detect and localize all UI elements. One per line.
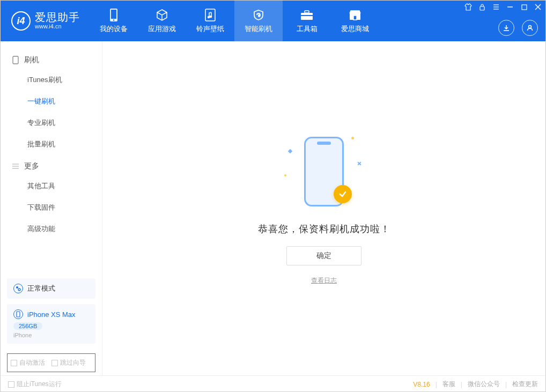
svg-point-25 [18, 289, 20, 291]
close-button[interactable] [534, 3, 542, 11]
svg-point-24 [16, 286, 18, 289]
svg-rect-7 [305, 11, 309, 13]
sidebar-item-other-tools[interactable]: 其他工具 [1, 175, 102, 197]
svg-rect-6 [301, 13, 313, 20]
sidebar-group-more: 更多 [1, 157, 102, 175]
version-label: V8.16 [413, 381, 430, 388]
nav-label: 智能刷机 [245, 24, 272, 34]
sidebar-item-advanced[interactable]: 高级功能 [1, 218, 102, 240]
status-link-wechat[interactable]: 微信公众号 [468, 380, 500, 389]
maximize-button[interactable] [520, 3, 528, 11]
sidebar-item-download-fw[interactable]: 下载固件 [1, 197, 102, 218]
ok-button[interactable]: 确定 [286, 246, 361, 265]
toolbox-icon [300, 8, 314, 22]
sidebar-item-pro-flash[interactable]: 专业刷机 [1, 112, 102, 134]
storage-badge: 256GB [13, 322, 42, 330]
svg-rect-16 [522, 5, 527, 10]
device-card[interactable]: iPhone XS Max 256GB iPhone [7, 304, 95, 344]
user-button[interactable] [522, 20, 538, 36]
sidebar-group-flash: 刷机 [1, 51, 102, 69]
nav-label: 工具箱 [297, 24, 318, 34]
minimize-button[interactable] [506, 3, 514, 11]
nav-label: 爱思商城 [341, 24, 369, 34]
auto-activate-checkbox[interactable]: 自动激活 [11, 358, 45, 367]
app-logo: i4 爱思助手 www.i4.cn [1, 1, 90, 41]
top-nav: 我的设备 应用游戏 铃声壁纸 智能刷机 工具箱 爱思商城 [90, 1, 379, 41]
group-title: 更多 [24, 161, 39, 171]
app-name: 爱思助手 [35, 12, 80, 23]
svg-point-19 [529, 26, 532, 28]
store-icon [348, 8, 362, 22]
menu-icon[interactable] [492, 3, 500, 11]
mode-card[interactable]: 正常模式 [7, 278, 95, 299]
mode-icon [13, 284, 23, 293]
sidebar: 刷机 iTunes刷机 一键刷机 专业刷机 批量刷机 更多 其他工具 下载固件 … [1, 41, 102, 375]
nav-apps-games[interactable]: 应用游戏 [138, 1, 186, 41]
check-badge-icon [334, 185, 352, 203]
bottom-checks-highlight: 自动激活 跳过向导 [7, 353, 95, 372]
download-button[interactable] [498, 20, 514, 36]
phone-outline-icon [11, 56, 20, 64]
cube-icon [155, 8, 169, 22]
refresh-shield-icon [252, 8, 265, 22]
svg-rect-1 [111, 10, 116, 19]
svg-point-5 [210, 16, 212, 18]
sidebar-item-itunes-flash[interactable]: iTunes刷机 [1, 69, 102, 91]
svg-rect-10 [353, 16, 357, 20]
sidebar-item-onekey-flash[interactable]: 一键刷机 [1, 91, 102, 112]
sidebar-item-batch-flash[interactable]: 批量刷机 [1, 134, 102, 155]
nav-label: 我的设备 [100, 24, 128, 34]
nav-label: 应用游戏 [148, 24, 176, 34]
shirt-icon[interactable] [464, 3, 473, 11]
main-content: 恭喜您，保资料刷机成功啦！ 确定 查看日志 [102, 41, 545, 375]
block-itunes-checkbox[interactable]: 阻止iTunes运行 [8, 380, 62, 389]
mode-label: 正常模式 [27, 284, 55, 293]
app-url: www.i4.cn [35, 23, 80, 30]
device-phone-icon [13, 309, 23, 319]
device-icon [107, 8, 121, 22]
nav-label: 铃声壁纸 [196, 24, 224, 34]
nav-ringtone-wallpaper[interactable]: 铃声壁纸 [186, 1, 234, 41]
skip-guide-checkbox[interactable]: 跳过向导 [51, 358, 86, 367]
lock-icon[interactable] [478, 3, 486, 11]
music-file-icon [203, 8, 217, 22]
success-illustration [281, 131, 367, 212]
nav-my-device[interactable]: 我的设备 [90, 1, 138, 41]
svg-rect-20 [13, 56, 18, 64]
group-title: 刷机 [24, 55, 39, 65]
view-log-link[interactable]: 查看日志 [311, 276, 337, 285]
nav-store[interactable]: 爱思商城 [331, 1, 379, 41]
success-message: 恭喜您，保资料刷机成功啦！ [258, 223, 390, 235]
header-round-buttons [498, 20, 538, 36]
svg-rect-8 [301, 15, 313, 16]
svg-point-2 [113, 19, 114, 20]
svg-rect-11 [480, 6, 484, 10]
svg-rect-26 [17, 312, 20, 317]
svg-point-4 [208, 17, 210, 18]
nav-smart-flash[interactable]: 智能刷机 [234, 1, 283, 41]
nav-toolbox[interactable]: 工具箱 [283, 1, 331, 41]
status-bar: 阻止iTunes运行 V8.16 | 客服 | 微信公众号 | 检查更新 [1, 375, 545, 392]
status-link-support[interactable]: 客服 [442, 380, 455, 389]
logo-icon: i4 [11, 11, 31, 31]
device-type: iPhone [13, 332, 89, 338]
svg-rect-3 [205, 9, 215, 21]
status-link-update[interactable]: 检查更新 [512, 380, 538, 389]
window-controls [464, 3, 542, 11]
title-bar: i4 爱思助手 www.i4.cn 我的设备 应用游戏 铃声壁纸 智能刷机 工具… [1, 1, 545, 41]
list-icon [11, 162, 20, 171]
device-name: iPhone XS Max [27, 310, 76, 319]
